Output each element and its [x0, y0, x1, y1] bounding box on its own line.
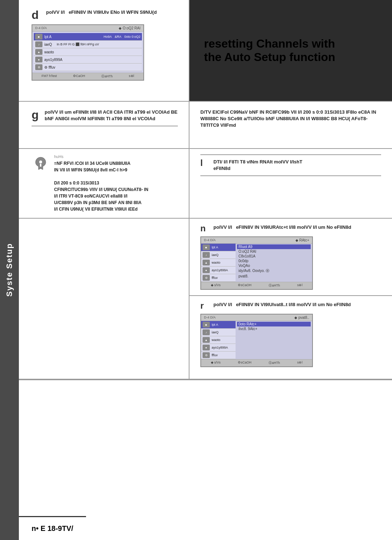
step-l-section: l DTI/ I/I F8TI T8 vINm RNAIt moIVV I/Is…: [189, 149, 392, 218]
screen-row4-d: ● ayo1y899A: [34, 56, 142, 64]
step-l-text1: DTI/ I/I F8TI T8 vINm RNAIt moIVV I/IshT: [213, 159, 302, 165]
screen-bottom-d: FM7 hTest ⚙CaOH ⓪aHTh s⊕l: [32, 73, 143, 80]
screen-icon4-d: ●: [35, 57, 42, 62]
screen-r-icon3: ▲: [203, 337, 210, 343]
step-l-text2: eFIIN8d: [213, 165, 302, 172]
screen-n-sub2: O:oQ2 RAI: [237, 249, 311, 254]
svg-rect-1: [40, 164, 41, 167]
step-d-letter: d: [32, 9, 42, 21]
title-section: resetting Channels with the Auto Setup f…: [189, 0, 392, 101]
step-g-letter: g: [32, 109, 42, 121]
screen-n-icon5: ⚙: [203, 275, 210, 281]
step-n-letter: n: [200, 224, 211, 233]
page-title: resetting Channels with the Auto Setup f…: [204, 37, 335, 64]
screen-n-sub3: C8v1o81A: [237, 254, 311, 259]
screen-body-r: ■ Ipt A ♪ iaeQ ▲ waoto: [201, 321, 312, 359]
screen-top-bar-n: D-4 D/A ◆ RAtc+: [201, 237, 312, 244]
tv-screen-r: D-4 D/A ◆ pvat8.. ■ Ipt A ♪: [200, 314, 313, 367]
footer-text: n• E 18-9TV/: [32, 524, 73, 532]
screen-r-row1: ■ Ipt A: [201, 321, 236, 329]
screen-row3-d: ▲ waoto: [34, 48, 142, 56]
sidebar: Syste Setup: [0, 0, 19, 540]
screen-top-bar-r: D-4 D/A ◆ pvat8..: [201, 314, 312, 321]
screen-n-icon1: ■: [203, 244, 210, 250]
right-steps-section: n poIVV I/I eFIIN8V IN VI9IURAtc+t I/I8 …: [189, 219, 392, 379]
screen-icon2-d: ♪: [35, 41, 42, 47]
screen-n-icon4: ●: [203, 267, 210, 273]
screen-bottom-n: ◆ s/Vs ⚙sCaOH ⓪aHTh s⊕l: [201, 282, 312, 289]
screen-n-row4: ● ayo1y899A: [201, 267, 236, 274]
step-d-header: d poIVV I/I eFIIN8V IN VI9IUlv ENo I/I W…: [32, 9, 178, 21]
screen-r-icon2: ♪: [203, 329, 210, 335]
screen-n-sub4: 0c0dp: [237, 259, 311, 263]
step-g-text: poIVV I/I um eFIIN8t I/I8 I/I ACII C8A I…: [45, 109, 178, 122]
footer-section: n• E 18-9TV/: [19, 516, 86, 540]
note-section: huHs =NF RFVI /COI I/I 34 UCe9I UN88IUII…: [19, 149, 189, 218]
right-desc-text: D/TV EICIFoI C99NaV bNF IN RC8FC99b VII …: [200, 109, 381, 129]
screen-nav-d: ◆ O:oQ2 RAI: [119, 26, 140, 30]
step-d-section: d poIVV I/I eFIIN8V IN VI9IUlv ENo I/I W…: [19, 0, 189, 101]
tv-screen-d: D-4 D/A ◆ O:oQ2 RAI ■ Ipt A Ho9A &RA 0ot…: [32, 24, 144, 81]
step-l-letter: l: [200, 159, 211, 167]
screen-row5-d: ⚙ ⚙ fffuv: [34, 64, 142, 71]
screen-icon5-d: ⚙: [35, 64, 42, 70]
note-icon: [32, 154, 50, 172]
svg-point-0: [39, 161, 42, 163]
screen-r-submenu: 0oto RAtc+ iIvc8. 9Atc+: [236, 321, 312, 359]
screen-r-row3: ▲ waoto: [201, 336, 236, 344]
step-r-text: poIVV I/I eFIIN8V IN VI9IUlvat8..t I/I8 …: [213, 301, 351, 308]
step-r-section: r poIVV I/I eFIIN8V IN VI9IUlvat8..t I/I…: [189, 296, 392, 379]
tv-screen-n: D-4 D/A ◆ RAtc+ ■ Ipt A ♪: [200, 236, 313, 290]
step-r-letter: r: [200, 301, 211, 310]
screen-row1-d: ■ Ipt A Ho9A &RA 0oto 0:oQ2: [34, 33, 142, 41]
left-empty-section: [19, 219, 189, 379]
screen-n-sub1: RIuot A9: [237, 244, 311, 249]
screen-n-sub7: pvat8.: [237, 274, 311, 279]
screen-top-bar-d: D-4 D/A ◆ O:oQ2 RAI: [32, 25, 143, 32]
sidebar-label: Syste Setup: [5, 243, 14, 297]
screen-n-icon2: ♪: [203, 252, 210, 258]
screen-r-row5: ⚙ fffuv: [201, 352, 236, 359]
screen-r-sub1: 0oto RAtc+: [237, 322, 311, 326]
screen-n-sub6: idy/Av8. Oovtyo. ⓔ: [237, 268, 311, 274]
note-text: =NF RFVI /COI I/I 34 UCe9I UN88IUIIA IN …: [54, 160, 178, 212]
screen-r-row2: ♪ iaeQ: [201, 329, 236, 336]
screen-n-row2: ♪ iaeQ: [201, 251, 236, 259]
screen-n-submenu: RIuot A9 O:oQ2 RAI C8v1o81A 0c0dp VoQAo …: [236, 244, 312, 282]
screen-body-n: ■ Ipt A ♪ iaeQ ▲ waoto: [201, 244, 312, 282]
screen-r-sub2: iIvc8. 9Atc+: [237, 326, 311, 331]
screen-icon1-d: ■: [35, 34, 42, 40]
screen-top-left-d: D-4 D/A: [35, 26, 47, 30]
screen-n-row1: ■ Ipt A: [201, 244, 236, 251]
screen-r-row4: ● ayo1y899A: [201, 344, 236, 352]
screen-body-d: ■ Ipt A Ho9A &RA 0oto 0:oQ2 ♪ iaeQ In B: [32, 32, 143, 73]
screen-bottom-r: ◆ s/Vs ⚙sCaOH ⓪aHTh s⊕l: [201, 359, 312, 366]
right-desc-section: D/TV EICIFoI C99NaV bNF IN RC8FC99b VII …: [189, 102, 392, 148]
step-d-text1: poIVV I/I eFIIN8V IN VI9IUlv ENo I/I WFI…: [46, 9, 157, 16]
screen-n-sub5: VoQAo: [237, 263, 311, 268]
screen-n-row5: ⚙ fffuv: [201, 274, 236, 282]
note-label: huHs: [54, 154, 178, 159]
step-g-section: g poIVV I/I um eFIIN8t I/I8 I/I ACII C8A…: [19, 102, 189, 148]
screen-r-icon4: ●: [203, 345, 210, 350]
screen-n-icon3: ▲: [203, 260, 210, 265]
screen-n-row3: ▲ waoto: [201, 259, 236, 267]
screen-row2-d: ♪ iaeQ In B FF FI G ⬛ f6H nFFg uV: [34, 41, 142, 48]
step-n-section: n poIVV I/I eFIIN8V IN VI9IURAtc+t I/I8 …: [189, 219, 392, 296]
screen-icon3-d: ▲: [35, 49, 42, 55]
screen-r-icon5: ⚙: [203, 352, 210, 358]
screen-r-icon1: ■: [203, 322, 210, 328]
step-n-text: poIVV I/I eFIIN8V IN VI9IURAtc+t I/I8 mo…: [213, 224, 351, 231]
note-content: huHs =NF RFVI /COI I/I 34 UCe9I UN88IUII…: [54, 154, 178, 212]
